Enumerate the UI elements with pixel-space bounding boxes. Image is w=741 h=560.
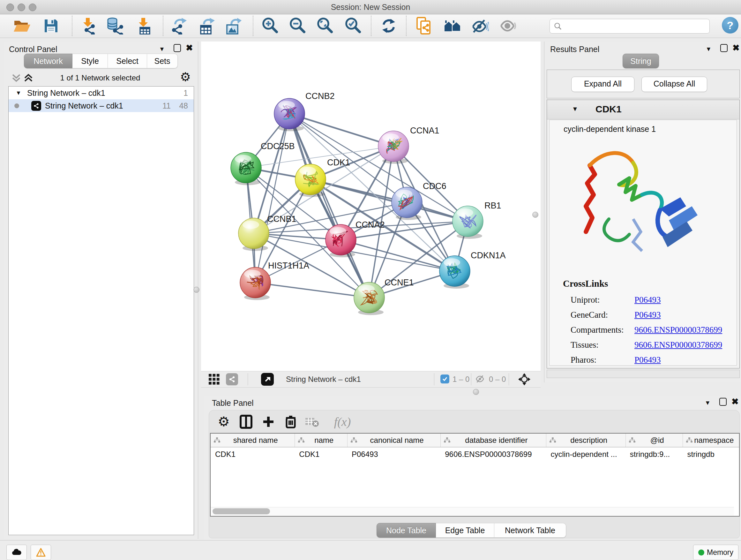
node-RB1[interactable]: RB1 (453, 201, 501, 239)
column-header-database-identifier[interactable]: database identifier (441, 434, 546, 447)
network-options-gear-icon[interactable]: ⚙ (180, 71, 191, 83)
zoom-fit-icon[interactable] (315, 16, 334, 36)
scrollbar-thumb[interactable] (212, 508, 270, 514)
control-panel-float-icon[interactable] (174, 44, 181, 52)
tab-network[interactable]: Network (24, 54, 72, 68)
tab-network-table[interactable]: Network Table (494, 523, 566, 538)
node-CCNE1[interactable]: CCNE1 (354, 278, 414, 315)
node-CCNA1[interactable]: CCNA1 (378, 126, 440, 164)
right-splitter-handle[interactable] (532, 212, 538, 218)
export-table-icon[interactable] (197, 16, 216, 36)
zoom-in-icon[interactable] (260, 16, 280, 36)
table-cell[interactable]: CDK1 (211, 450, 294, 459)
table-horizontal-scrollbar[interactable] (211, 507, 734, 516)
selected-checkbox-icon[interactable] (441, 374, 449, 383)
results-panel-float-icon[interactable] (720, 44, 728, 52)
warnings-button[interactable] (30, 545, 51, 560)
column-header--id[interactable]: @id (625, 434, 683, 447)
control-panel-close-icon[interactable]: ✖ (186, 43, 193, 53)
delete-table-icon[interactable] (302, 413, 321, 431)
tab-select[interactable]: Select (108, 54, 147, 68)
crosslink-row: Compartments: 9606.ENSP00000378699 (570, 322, 730, 337)
node-CDC25B[interactable]: CDC25B (231, 141, 295, 185)
save-session-icon[interactable] (42, 16, 61, 36)
bottom-splitter-handle[interactable] (473, 389, 479, 395)
column-header-name[interactable]: name (294, 434, 347, 447)
refresh-view-icon[interactable] (379, 16, 398, 36)
zoom-selected-icon[interactable] (343, 16, 362, 36)
tab-style[interactable]: Style (72, 54, 108, 68)
duplicate-network-icon[interactable] (415, 16, 434, 36)
crosslinks-heading: CrossLinks (563, 278, 608, 289)
table-panel-close-icon[interactable]: ✖ (731, 396, 739, 407)
column-header-description[interactable]: description (546, 434, 625, 447)
crosslink-link[interactable]: 9606.ENSP00000378699 (634, 325, 722, 335)
node-HIST1H1A[interactable]: HIST1H1A (240, 261, 309, 300)
expand-all-button[interactable]: Expand All (571, 77, 634, 92)
export-network-icon[interactable] (169, 16, 188, 36)
crosslink-link[interactable]: P06493 (634, 310, 661, 320)
left-splitter-handle[interactable] (193, 287, 199, 293)
tab-edge-table[interactable]: Edge Table (436, 523, 494, 538)
crosslink-link[interactable]: P06493 (634, 355, 661, 365)
table-settings-gear-icon[interactable]: ⚙ (214, 413, 233, 431)
expand-all-icon[interactable] (23, 73, 34, 83)
column-header-shared-name[interactable]: shared name (211, 434, 294, 447)
node-CDC6[interactable]: CDC6 (392, 181, 447, 220)
help-button[interactable]: ? (722, 17, 738, 34)
node-CDKN1A[interactable]: CDKN1A (440, 251, 506, 289)
cloud-button[interactable] (6, 545, 27, 560)
zoom-out-icon[interactable] (288, 16, 307, 36)
network-row-selected[interactable]: String Network – cdk1 11 48 (9, 99, 194, 112)
first-neighbors-icon[interactable] (443, 16, 462, 36)
show-all-eye-icon[interactable] (498, 16, 518, 36)
results-panel-menu-icon[interactable]: ▼ (705, 46, 712, 53)
show-columns-icon[interactable] (237, 413, 255, 431)
search-input[interactable] (562, 20, 710, 32)
column-header-namespace[interactable]: namespace (683, 434, 739, 447)
table-row[interactable]: CDK1CDK1P064939606.ENSP00000378699cyclin… (211, 447, 739, 461)
table-cell[interactable]: CDK1 (294, 450, 347, 459)
tab-sets[interactable]: Sets (147, 54, 178, 68)
network-view-share-icon[interactable] (226, 373, 238, 385)
column-header-canonical-name[interactable]: canonical name (347, 434, 441, 447)
table-cell[interactable]: P06493 (347, 450, 441, 459)
hidden-eye-icon[interactable] (475, 374, 486, 385)
open-in-window-icon[interactable] (261, 373, 274, 386)
control-panel-menu-icon[interactable]: ▼ (159, 46, 165, 53)
export-image-icon[interactable] (223, 16, 243, 36)
edge-HIST1H1A-CCNE1[interactable] (255, 283, 369, 298)
table-cell[interactable]: 9606.ENSP00000378699 (441, 450, 546, 459)
network-collection-row[interactable]: ▼ String Network – cdk1 1 (9, 86, 194, 99)
tab-node-table[interactable]: Node Table (377, 523, 436, 538)
collapse-all-button[interactable]: Collapse All (642, 77, 707, 92)
network-canvas[interactable]: CCNB2CCNA1CDC25BCDK1CDC6RB1CCNB1CCNA2CDK… (201, 42, 541, 371)
edge-CCNB2-HIST1H1A[interactable] (255, 114, 289, 283)
import-network-file-icon[interactable] (78, 16, 98, 36)
function-builder-icon[interactable]: f(x) (329, 413, 356, 431)
protein-expand-icon[interactable]: ▼ (572, 105, 578, 113)
add-column-icon[interactable] (259, 413, 278, 431)
node-CCNB1[interactable]: CCNB1 (239, 214, 296, 251)
collapse-all-icon[interactable] (11, 73, 22, 83)
table-panel-float-icon[interactable] (719, 398, 727, 406)
grid-view-icon[interactable] (209, 374, 220, 386)
open-session-icon[interactable] (12, 16, 31, 36)
import-network-database-icon[interactable] (106, 16, 125, 36)
hide-selected-eye-icon[interactable] (470, 16, 489, 36)
table-panel-menu-icon[interactable]: ▼ (704, 399, 711, 407)
birds-eye-view-icon[interactable] (518, 373, 531, 387)
edge-CCNB2-CCNA1[interactable] (289, 114, 394, 146)
tab-string[interactable]: String (623, 54, 659, 68)
crosslink-link[interactable]: P06493 (634, 295, 661, 305)
delete-column-icon[interactable] (281, 413, 300, 431)
results-panel-close-icon[interactable]: ✖ (732, 43, 740, 53)
collection-expand-icon[interactable]: ▼ (16, 90, 23, 97)
table-cell[interactable]: stringdb (683, 450, 739, 459)
memory-button[interactable]: Memory (693, 545, 738, 560)
table-cell[interactable]: cyclin-dependent ... (546, 450, 625, 459)
crosslink-link[interactable]: 9606.ENSP00000378699 (634, 340, 722, 350)
protein-card-header[interactable]: ▼ CDK1 (547, 100, 739, 119)
import-table-icon[interactable] (134, 16, 153, 36)
table-cell[interactable]: stringdb:9... (625, 450, 683, 459)
